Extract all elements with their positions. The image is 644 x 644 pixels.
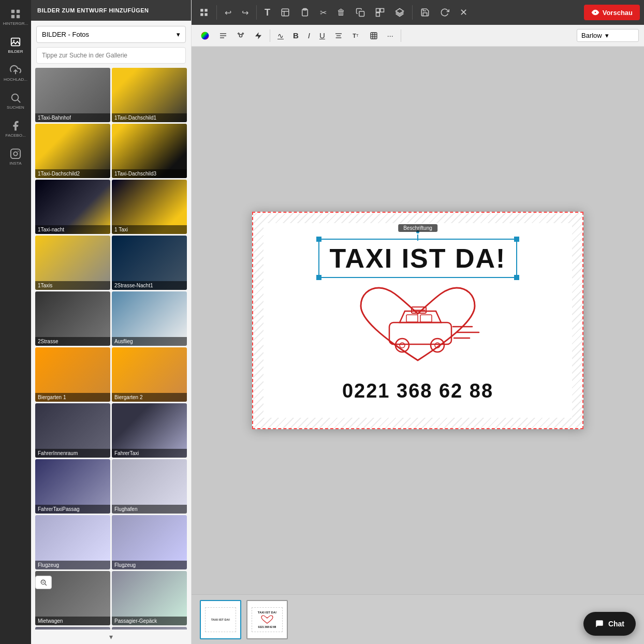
svg-rect-47 [420, 315, 432, 322]
panel-header: BILDER ZUM ENTWURF HINZUFÜGEN [31, 0, 191, 21]
copy-button[interactable] [352, 5, 369, 20]
category-dropdown[interactable]: BILDER - Fotos ▾ [36, 26, 186, 43]
image-tile[interactable]: Passagier-Strasse2 [112, 627, 187, 630]
sidebar-item-hochladen[interactable]: HOCHLAD... [2, 60, 30, 86]
image-tile-label: 1Taxi-Bahnhof [35, 113, 110, 122]
thumbnail-1[interactable]: TAXI IST DA! [200, 600, 241, 639]
sidebar-item-suchen[interactable]: SUCHEN [2, 88, 30, 114]
design-canvas[interactable]: Beschriftung TAXI IST DA! [252, 212, 583, 429]
image-tile[interactable]: FahrerInnenraum [35, 403, 110, 458]
image-tile[interactable]: 2Strasse-Nacht1 [112, 236, 187, 290]
font-size-button[interactable]: TT [348, 29, 364, 42]
image-tile[interactable]: 2Strasse [35, 291, 110, 346]
image-tile[interactable]: Flugzeug [35, 515, 110, 569]
svg-rect-23 [380, 9, 384, 12]
image-tile[interactable]: 1Taxi-Dachschild3 [112, 124, 187, 178]
image-tile[interactable]: 1Taxis [35, 236, 110, 290]
sidebar-item-suchen-label: SUCHEN [7, 105, 24, 110]
image-tile[interactable]: Flugzeug [112, 515, 187, 569]
color-picker-button[interactable] [197, 28, 213, 43]
redo-button[interactable]: ↪ [238, 5, 252, 21]
image-tile-label: 1Taxi-Dachschild3 [112, 169, 187, 178]
align-button[interactable] [215, 29, 231, 42]
undo-button[interactable]: ↩ [221, 5, 235, 21]
svg-point-49 [400, 343, 405, 348]
sidebar-item-facebook[interactable]: FACEBO... [2, 116, 30, 142]
lightning-button[interactable] [251, 29, 266, 42]
svg-text:T: T [353, 33, 356, 39]
group-button[interactable] [372, 5, 388, 20]
image-tile[interactable]: Passagier-Gepäck [112, 571, 187, 625]
image-tile[interactable]: 1Taxi-Dachschild2 [35, 124, 110, 178]
image-tile[interactable]: 1Taxi-nacht [35, 180, 110, 234]
image-tile[interactable]: 1 Taxi [112, 180, 187, 234]
title-container[interactable]: Beschriftung TAXI IST DA! [318, 239, 518, 278]
chat-label: Chat [608, 620, 624, 628]
delete-button[interactable]: 🗑 [333, 5, 349, 20]
text-align-button[interactable] [331, 29, 346, 42]
paste-button[interactable] [297, 5, 313, 20]
image-tile[interactable]: Biergarten 1 [35, 347, 110, 402]
sidebar-item-hintergrund[interactable]: HINTERGR... [2, 4, 30, 30]
save-button[interactable] [417, 5, 433, 20]
svg-rect-46 [406, 315, 418, 322]
image-fit-button[interactable] [366, 29, 382, 42]
svg-text:T: T [356, 33, 359, 38]
refresh-button[interactable] [436, 5, 453, 20]
underline-button[interactable]: U [316, 28, 329, 42]
svg-rect-12 [200, 9, 203, 11]
image-tile[interactable]: Flughafen [112, 459, 187, 514]
image-tile[interactable]: Passagier-Strasse [35, 627, 110, 630]
image-icon [10, 36, 21, 48]
gallery-search-input[interactable] [36, 47, 186, 64]
instagram-icon [10, 148, 21, 159]
bottom-bar: TAXI IST DA! TAXI IST DA! 0221 368 62 88 [192, 594, 644, 644]
upload-icon [10, 64, 21, 76]
svg-point-26 [594, 11, 596, 13]
zoom-control[interactable] [35, 576, 52, 589]
image-tile-label: Ausflieg [112, 337, 187, 346]
text-button[interactable]: T [261, 4, 274, 21]
svg-rect-24 [376, 13, 380, 17]
image-tile[interactable]: 1Taxi-Bahnhof [35, 68, 110, 122]
align-icon [219, 32, 227, 40]
more-button[interactable]: ··· [384, 29, 397, 42]
sidebar-item-facebook-label: FACEBO... [5, 133, 25, 138]
canvas-title-text[interactable]: TAXI IST DA! [324, 241, 513, 276]
search-icon [10, 92, 21, 104]
image-tile[interactable]: Ausflieg [112, 291, 187, 346]
svg-rect-4 [11, 38, 20, 46]
taxi-illustration [350, 285, 485, 373]
image-tile-label: 1Taxi-Dachschild2 [35, 169, 110, 178]
frame-button[interactable] [277, 5, 294, 20]
transform-button[interactable] [233, 29, 248, 42]
sidebar-item-insta[interactable]: INSTA [2, 144, 30, 170]
shopify-chat-button[interactable]: Chat [583, 612, 636, 636]
canvas-inner: Beschriftung TAXI IST DA! [264, 223, 572, 418]
image-tile-label: 1Taxi-Dachschild1 [112, 113, 187, 122]
bold-button[interactable]: B [289, 28, 302, 42]
transform-icon [237, 32, 245, 40]
image-tile-label: Passagier-Gepäck [112, 617, 187, 625]
image-tile[interactable]: Biergarten 2 [112, 347, 187, 402]
image-tile-label: Biergarten 1 [35, 393, 110, 402]
image-tile[interactable]: FahrerTaxi [112, 403, 187, 458]
eye-icon [591, 8, 599, 17]
svg-rect-1 [17, 10, 20, 13]
svg-point-27 [201, 32, 209, 39]
scroll-down-indicator[interactable]: ▾ [31, 630, 191, 644]
image-tile[interactable]: FahrerTaxiPassag [35, 459, 110, 514]
stroke-button[interactable]: ∿ [274, 29, 287, 42]
grid-view-button[interactable] [196, 5, 212, 20]
italic-button[interactable]: I [304, 28, 314, 42]
font-selector[interactable]: Barlow ▾ [577, 29, 639, 42]
font-dropdown-icon: ▾ [605, 32, 609, 39]
image-tile[interactable]: 1Taxi-Dachschild1 [112, 68, 187, 122]
title-selection-box[interactable]: TAXI IST DA! [318, 239, 518, 278]
layers-button[interactable] [391, 5, 408, 20]
thumbnail-2[interactable]: TAXI IST DA! 0221 368 62 88 [246, 600, 288, 639]
close-button[interactable]: ✕ [456, 4, 471, 21]
preview-button[interactable]: Vorschau [584, 5, 640, 20]
cut-button[interactable]: ✂ [316, 5, 330, 21]
sidebar-item-bilder[interactable]: BILDER [2, 32, 30, 58]
